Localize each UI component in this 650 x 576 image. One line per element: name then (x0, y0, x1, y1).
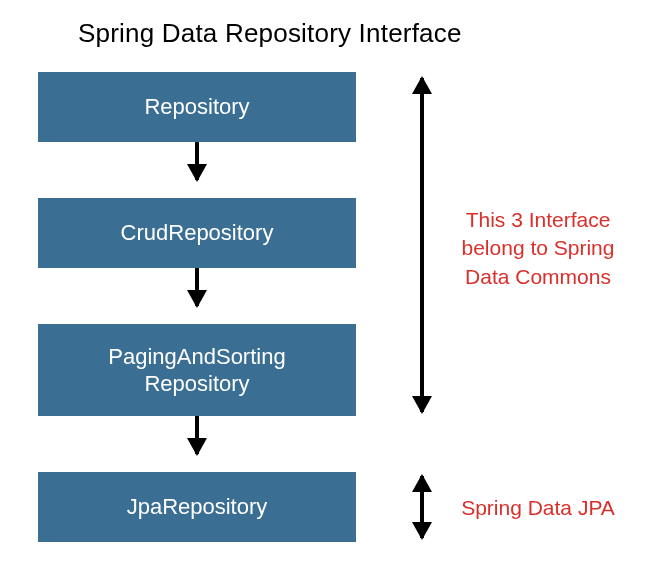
box-repository-label: Repository (144, 93, 249, 121)
box-crud-repository: CrudRepository (38, 198, 356, 268)
box-paging-label: PagingAndSorting Repository (54, 343, 340, 398)
diagram-title: Spring Data Repository Interface (78, 18, 462, 49)
box-jpa-repository: JpaRepository (38, 472, 356, 542)
box-crud-label: CrudRepository (121, 219, 274, 247)
arrow-down-icon (195, 416, 199, 454)
bracket-commons-icon (420, 78, 424, 412)
box-jpa-label: JpaRepository (127, 493, 268, 521)
annotation-jpa: Spring Data JPA (448, 494, 628, 522)
box-repository: Repository (38, 72, 356, 142)
arrow-down-icon (195, 268, 199, 306)
annotation-commons: This 3 Interface belong to Spring Data C… (448, 206, 628, 291)
arrow-down-icon (195, 142, 199, 180)
diagram-container: Spring Data Repository Interface Reposit… (0, 0, 650, 576)
box-paging-sorting-repository: PagingAndSorting Repository (38, 324, 356, 416)
bracket-jpa-icon (420, 476, 424, 538)
